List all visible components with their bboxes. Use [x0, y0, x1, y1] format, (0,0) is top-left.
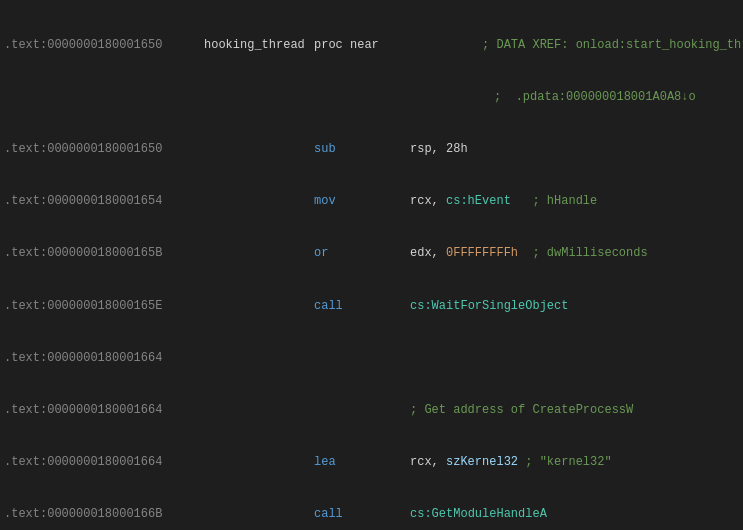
line-blank1: .text:0000000180001664 [0, 350, 743, 367]
line-1: .text:0000000180001650 hooking_thread pr… [0, 37, 743, 54]
label [204, 454, 314, 471]
operand: ; .pdata:000000018001A0A8↓o [386, 89, 696, 106]
label [204, 245, 314, 262]
line-3: .text:0000000180001650 sub rsp, 28h [0, 141, 743, 158]
line-6: .text:000000018000165E call cs:WaitForSi… [0, 298, 743, 315]
label [204, 193, 314, 210]
address: .text:0000000180001664 [4, 350, 204, 367]
operand: ; DATA XREF: onload:start_hooking_thread… [374, 37, 743, 54]
label [204, 402, 314, 419]
label [204, 506, 314, 523]
operand: cs:GetModuleHandleA [374, 506, 547, 523]
address: .text:0000000180001654 [4, 193, 204, 210]
operand: rcx, cs:hEvent ; hHandle [374, 193, 597, 210]
operand: rsp, 28h [374, 141, 468, 158]
label [204, 298, 314, 315]
mnemonic: sub [314, 141, 374, 158]
operand: edx, 0FFFFFFFFh ; dwMilliseconds [374, 245, 648, 262]
operand: cs:WaitForSingleObject [374, 298, 568, 315]
mnemonic [314, 402, 374, 419]
address: .text:0000000180001664 [4, 454, 204, 471]
address: .text:000000018000165E [4, 298, 204, 315]
address: .text:000000018000165B [4, 245, 204, 262]
mnemonic: call [314, 506, 374, 523]
address: .text:0000000180001664 [4, 402, 204, 419]
operand: rcx, szKernel32 ; "kernel32" [374, 454, 612, 471]
line-5: .text:000000018000165B or edx, 0FFFFFFFF… [0, 245, 743, 262]
label: hooking_thread [204, 37, 314, 54]
line-2: ; .pdata:000000018001A0A8↓o [0, 89, 743, 106]
address: .text:0000000180001650 [4, 37, 204, 54]
address [4, 89, 204, 106]
mnemonic: lea [314, 454, 374, 471]
disassembly-view: .text:0000000180001650 hooking_thread pr… [0, 0, 743, 530]
mnemonic: proc near [314, 37, 374, 54]
address: .text:000000018000166B [4, 506, 204, 523]
mnemonic: mov [314, 193, 374, 210]
operand: ; Get address of CreateProcessW [374, 402, 633, 419]
label [204, 141, 314, 158]
line-4: .text:0000000180001654 mov rcx, cs:hEven… [0, 193, 743, 210]
mnemonic: call [314, 298, 374, 315]
label [204, 89, 314, 106]
line-comment1: .text:0000000180001664 ; Get address of … [0, 402, 743, 419]
mnemonic [314, 89, 386, 106]
line-8: .text:000000018000166B call cs:GetModule… [0, 506, 743, 523]
mnemonic: or [314, 245, 374, 262]
address: .text:0000000180001650 [4, 141, 204, 158]
line-7: .text:0000000180001664 lea rcx, szKernel… [0, 454, 743, 471]
